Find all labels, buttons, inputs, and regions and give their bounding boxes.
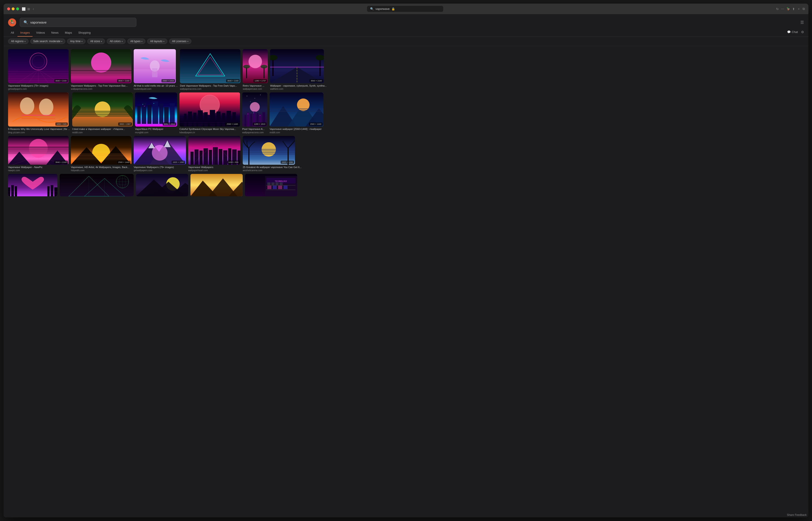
chevron-down-icon: ▾: [24, 40, 26, 43]
image-card[interactable]: [8, 174, 57, 196]
tab-images[interactable]: Images: [18, 29, 32, 37]
filter-all-types[interactable]: All types ▾: [127, 39, 145, 44]
svg-rect-73: [193, 113, 196, 127]
chevron-down-icon: ▾: [101, 40, 102, 43]
svg-rect-201: [278, 185, 282, 189]
svg-rect-128: [71, 157, 132, 157]
svg-rect-56: [72, 116, 133, 116]
sidebar-icon[interactable]: ⬜: [22, 7, 26, 11]
share-feedback[interactable]: Share Feedback: [787, 513, 807, 517]
image-card[interactable]: 1920 × 1080: [134, 136, 186, 165]
filter-bar: All regions ▾ Safe search: moderate ▾ An…: [4, 37, 808, 46]
title-bar: ⬜ ⊞ ‹ 🔍 vaporwave 🔒 ↻ ⋯ 🦆 ⬆ ＋ ⧉: [4, 4, 808, 14]
svg-rect-127: [71, 156, 132, 156]
filter-all-licenses-label: All Licenses: [172, 40, 186, 43]
svg-rect-50: [22, 118, 55, 119]
image-card[interactable]: 3840 × 2160: [8, 49, 69, 83]
image-card[interactable]: [136, 174, 188, 196]
svg-point-35: [243, 65, 250, 68]
image-card[interactable]: 3840 × 2160: [270, 49, 324, 83]
tab-news[interactable]: News: [49, 29, 62, 37]
tab-menu-icon[interactable]: ⊞: [27, 7, 30, 11]
image-info: Colorful Synthwave Cityscape Moon Sky Va…: [180, 128, 240, 134]
image-size-badge: 2560 × 1440: [309, 122, 322, 126]
svg-rect-84: [247, 96, 247, 96]
image-info: Pixel Vaporwave A... wallpaperaccess.com: [242, 128, 268, 134]
maximize-button[interactable]: [16, 7, 19, 10]
new-tab-icon[interactable]: ＋: [797, 7, 801, 11]
filter-safe-search[interactable]: Safe search: moderate ▾: [30, 39, 65, 44]
filter-all-layouts[interactable]: All layouts ▾: [147, 39, 167, 44]
image-card[interactable]: 1650 × 825: [8, 92, 69, 127]
image-card[interactable]: 1280 × 1810: [242, 92, 268, 127]
image-source: getwallpapers.com: [8, 88, 69, 90]
chevron-down-icon: ▾: [187, 40, 188, 43]
image-card[interactable]: 2560 × 1440: [71, 136, 132, 165]
svg-rect-59: [142, 103, 146, 124]
filter-all-colors[interactable]: All colors ▾: [107, 39, 125, 44]
tab-videos[interactable]: Videos: [33, 29, 48, 37]
browser-actions: ↻ ⋯ 🦆 ⬆ ＋ ⧉: [776, 7, 805, 11]
image-card[interactable]: 2560 × 1440: [180, 92, 240, 127]
image-card[interactable]: [60, 174, 134, 196]
settings-icon[interactable]: ⚙: [801, 30, 804, 34]
share-icon[interactable]: ⬆: [792, 7, 795, 11]
image-svg: [71, 49, 132, 83]
image-source: wallpaperaccess.com: [180, 88, 240, 90]
filter-any-time[interactable]: Any time ▾: [67, 39, 86, 44]
image-card[interactable]: 3993 × 2387: [72, 92, 133, 127]
image-card-wrapper: 2560 × 1440 Vaporwave, HD Artist, 4k Wal…: [71, 136, 132, 172]
chat-button[interactable]: 💬 Chat: [787, 30, 798, 33]
more-icon[interactable]: ⋯: [781, 7, 784, 11]
svg-rect-130: [71, 160, 132, 160]
image-svg: [270, 49, 324, 83]
svg-rect-76: [210, 110, 215, 127]
image-card[interactable]: 2560 × 1916: [134, 49, 176, 83]
image-card[interactable]: 2560 × 1440: [270, 92, 323, 127]
svg-rect-106: [270, 111, 323, 112]
image-card[interactable]: TECHNOLOGY: [245, 174, 297, 196]
svg-point-33: [249, 55, 262, 68]
search-box[interactable]: 🔍: [20, 18, 136, 27]
svg-rect-72: [188, 112, 192, 127]
nav-icons: ‹: [33, 6, 34, 11]
image-card[interactable]: 3051 × 2311: [135, 92, 177, 127]
filter-all-licenses[interactable]: All Licenses ▾: [169, 39, 191, 44]
image-card[interactable]: [190, 174, 243, 196]
image-card[interactable]: 3840 × 2160: [8, 136, 69, 165]
image-title: Wallpaper : vaporwave, cyberpunk, Synth,…: [270, 84, 327, 87]
image-card[interactable]: 3840 × 2160: [71, 49, 132, 83]
tab-all[interactable]: All: [8, 29, 17, 37]
search-input[interactable]: [30, 20, 133, 24]
nav-tabs: All Images Videos News Maps Shopping 💬 C…: [8, 29, 804, 37]
extensions-icon[interactable]: 🦆: [786, 7, 790, 10]
tab-shopping[interactable]: Shopping: [76, 29, 93, 37]
filter-all-sizes[interactable]: All sizes ▾: [87, 39, 105, 44]
reload-icon[interactable]: ↻: [776, 7, 779, 11]
image-svg: [243, 136, 295, 165]
menu-icon[interactable]: ☰: [801, 20, 804, 25]
image-title: Vaporwave Wallpaper - NawPic: [8, 165, 69, 169]
filter-regions[interactable]: All regions ▾: [8, 39, 28, 44]
address-text: vaporwave: [375, 7, 390, 10]
image-source: wallhere.com: [270, 88, 327, 90]
image-svg: [8, 92, 69, 127]
chevron-down-icon: ▾: [82, 40, 83, 43]
svg-rect-77: [216, 112, 221, 127]
minimize-button[interactable]: [11, 7, 15, 10]
svg-rect-65: [142, 104, 143, 105]
svg-rect-90: [247, 113, 250, 127]
filter-regions-label: All regions: [11, 40, 24, 43]
tab-overview-icon[interactable]: ⧉: [803, 7, 805, 11]
address-bar[interactable]: 🔍 vaporwave 🔒: [367, 6, 443, 12]
image-grid-container: 3840 × 2160 Vaporwave Wallpapers (79+ im…: [4, 46, 808, 517]
image-card[interactable]: 3840 × 2160: [180, 49, 240, 83]
svg-rect-97: [253, 113, 254, 113]
image-card-wrapper: [136, 174, 188, 197]
tab-maps[interactable]: Maps: [62, 29, 75, 37]
close-button[interactable]: [7, 7, 10, 10]
image-card[interactable]: 1280 × 1737: [243, 49, 268, 83]
back-icon[interactable]: ‹: [33, 6, 34, 11]
image-card[interactable]: 1438 × 806: [188, 136, 240, 165]
image-card[interactable]: 1920 × 1080: [243, 136, 295, 165]
